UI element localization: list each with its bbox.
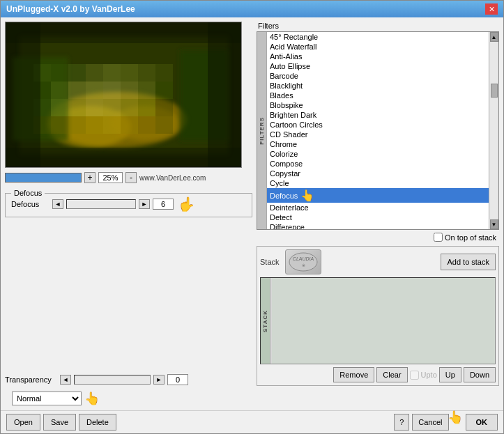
on-top-stack-checkbox[interactable] (434, 233, 443, 242)
defocus-slider-track[interactable] (66, 199, 136, 209)
svg-rect-20 (103, 82, 121, 99)
blend-mode-select[interactable]: Normal Multiply Screen Overlay Darken Li… (12, 392, 82, 405)
filters-group: Filters FILTERS 45° Rectangle Acid Water… (257, 22, 499, 230)
bottom-bar: Open Save Delete ? Cancel 👆 OK (1, 410, 503, 433)
window-title: UnPlugged-X v2.0 by VanDerLee (6, 4, 135, 14)
zoom-minus-button[interactable]: - (125, 172, 137, 183)
cancel-button[interactable]: Cancel (412, 414, 448, 431)
scroll-up-btn[interactable]: ▲ (490, 32, 498, 42)
zoom-bar: + 25% - www.VanDerLee.com (5, 172, 252, 183)
defocus-group: Defocus Defocus ◄ ► 6 👆 (5, 189, 252, 217)
svg-rect-29 (121, 99, 138, 116)
save-button[interactable]: Save (43, 414, 76, 431)
svg-rect-30 (138, 99, 155, 116)
filter-item-acid-waterfall[interactable]: Acid Waterfall (267, 42, 489, 52)
filter-item-barcode[interactable]: Barcode (267, 71, 489, 81)
svg-rect-10 (68, 64, 86, 82)
svg-rect-37 (121, 116, 138, 134)
defocus-right-btn[interactable]: ► (139, 199, 150, 209)
defocus-label: Defocus (11, 200, 49, 208)
svg-point-44 (289, 253, 317, 271)
stack-group-label: Stack (260, 258, 280, 266)
scroll-down-btn[interactable]: ▼ (490, 219, 498, 229)
filter-item-45-rectangle[interactable]: 45° Rectangle (267, 32, 489, 42)
filter-item-compose[interactable]: Compose (267, 159, 489, 169)
zoom-value: 25% (98, 172, 123, 183)
filter-item-defocus[interactable]: Defocus 👆 (267, 188, 489, 203)
on-top-row: On top of stack (257, 233, 499, 242)
svg-text:CLAUDIA: CLAUDIA (292, 256, 314, 261)
filter-item-brighten-dark[interactable]: Brighten Dark (267, 110, 489, 120)
filter-item-copystar[interactable]: Copystar (267, 169, 489, 178)
stack-header: Stack CLAUDIA ❀ Add to stack (260, 249, 496, 274)
svg-rect-23 (155, 82, 173, 99)
cancel-wrapper: Cancel 👆 (412, 414, 448, 431)
svg-rect-21 (121, 82, 138, 99)
svg-rect-9 (51, 64, 68, 82)
scroll-thumb[interactable] (491, 84, 498, 98)
filters-side-label: FILTERS (257, 32, 267, 229)
upto-check: Upto (410, 367, 437, 382)
filters-scrollbar[interactable]: ▲ ▼ (489, 32, 498, 229)
defocus-value-input[interactable]: 6 (153, 199, 174, 210)
zoom-track[interactable] (5, 173, 82, 183)
stack-buttons-row: Remove Clear Upto Up Down (260, 367, 496, 382)
cancel-cursor-icon: 👆 (448, 410, 463, 425)
delete-button[interactable]: Delete (79, 414, 116, 431)
svg-rect-19 (86, 82, 103, 99)
filter-item-auto-ellipse[interactable]: Auto Ellipse (267, 61, 489, 71)
ok-button[interactable]: OK (466, 414, 498, 431)
remove-button[interactable]: Remove (333, 367, 374, 382)
zoom-plus-button[interactable]: + (84, 172, 96, 183)
filter-item-cartoon-circles[interactable]: Cartoon Circles (267, 120, 489, 130)
upto-label: Upto (421, 371, 437, 379)
zoom-url: www.VanDerLee.com (139, 174, 206, 182)
blend-cursor-icon: 👆 (84, 391, 100, 406)
svg-rect-25 (51, 99, 68, 116)
filter-item-anti-alias[interactable]: Anti-Alias (267, 52, 489, 61)
filter-item-difference[interactable]: Difference (267, 222, 489, 229)
up-button[interactable]: Up (439, 367, 461, 382)
transparency-value-input[interactable] (167, 374, 188, 385)
filter-item-detect[interactable]: Detect (267, 212, 489, 222)
filters-list[interactable]: 45° Rectangle Acid Waterfall Anti-Alias … (267, 32, 489, 229)
main-window: UnPlugged-X v2.0 by VanDerLee ✕ (0, 0, 504, 434)
help-button[interactable]: ? (394, 414, 409, 431)
filters-vertical-text: FILTERS (259, 117, 265, 145)
title-bar: UnPlugged-X v2.0 by VanDerLee ✕ (1, 1, 503, 17)
preview-image (6, 22, 241, 167)
filter-item-blacklight[interactable]: Blacklight (267, 81, 489, 91)
filter-item-blobspike[interactable]: Blobspike (267, 100, 489, 110)
defocus-filter-label: Defocus (270, 192, 298, 200)
stack-content-area (272, 278, 495, 364)
svg-rect-11 (86, 64, 103, 82)
close-button[interactable]: ✕ (485, 3, 498, 15)
upto-checkbox[interactable] (410, 371, 419, 380)
open-button[interactable]: Open (6, 414, 40, 431)
defocus-left-btn[interactable]: ◄ (52, 199, 63, 209)
transparency-left-btn[interactable]: ◄ (60, 375, 71, 385)
scroll-track (490, 42, 498, 219)
blend-mode-row: Normal Multiply Screen Overlay Darken Li… (5, 391, 252, 406)
transparency-right-btn[interactable]: ► (153, 375, 165, 385)
filter-item-blades[interactable]: Blades (267, 91, 489, 100)
filter-item-chrome[interactable]: Chrome (267, 139, 489, 149)
add-to-stack-button[interactable]: Add to stack (441, 254, 496, 270)
stack-canvas: STACK (260, 277, 496, 364)
cursor-hand-icon: 👆 (178, 196, 195, 212)
svg-rect-40 (6, 22, 40, 168)
defocus-title: Defocus (11, 189, 45, 197)
preview-svg (6, 22, 242, 168)
down-button[interactable]: Down (464, 367, 496, 382)
stack-vertical-text: STACK (262, 310, 268, 332)
filter-item-deinterlace[interactable]: Deinterlace (267, 203, 489, 212)
clear-button[interactable]: Clear (376, 367, 407, 382)
svg-rect-17 (51, 82, 68, 99)
filter-item-colorize[interactable]: Colorize (267, 149, 489, 159)
filter-item-cycle[interactable]: Cycle (267, 178, 489, 188)
transparency-slider-track[interactable] (74, 375, 151, 385)
on-top-stack-label: On top of stack (445, 233, 496, 242)
svg-rect-13 (121, 64, 138, 82)
filter-item-cd-shader[interactable]: CD Shader (267, 130, 489, 139)
filters-group-label: Filters (257, 22, 499, 30)
